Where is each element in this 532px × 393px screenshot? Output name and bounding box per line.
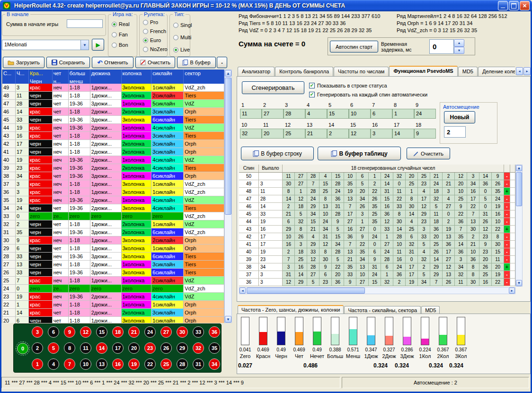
board-number[interactable]: 16 [112, 358, 124, 370]
freq-tab-частота-zero-шансы-дюжины-колонки[interactable]: Частота - Zero, шансы, дюжины, колонки [238, 305, 344, 314]
board-number[interactable]: 36 [209, 326, 220, 338]
history-scrollbar[interactable]: ▲ ▼ [224, 70, 232, 323]
tab-частоты-по-числам[interactable]: Частоты по числам [334, 67, 389, 76]
freq-tab-частота-сиклайны-сектора[interactable]: Частота - сиклайны, сектора [344, 306, 421, 314]
board-number[interactable]: 32 [193, 342, 204, 354]
new-button[interactable]: Новый [444, 111, 475, 123]
scroll-up-icon[interactable]: ▲ [225, 70, 231, 77]
board-number[interactable]: 20 [128, 342, 140, 354]
board-number[interactable]: 9 [64, 326, 75, 338]
board-number[interactable]: 35 [209, 342, 220, 354]
board-number[interactable]: 17 [112, 342, 124, 354]
board-number[interactable]: 1 [32, 358, 43, 370]
collapse-button[interactable]: - [217, 57, 227, 68]
copy-table-button[interactable]: В буфер таблицу [318, 147, 401, 160]
generate-button[interactable]: Сгенерировать [242, 81, 304, 94]
radio-icon [173, 23, 178, 28]
minimize-button[interactable] [498, 1, 508, 10]
board-number[interactable]: 33 [193, 326, 204, 338]
scroll-left-icon[interactable]: ◂ [239, 288, 246, 294]
delay-value[interactable]: 0 [429, 39, 454, 54]
board-number[interactable]: 7 [64, 358, 75, 370]
copy-row-button[interactable]: В буфер строку [241, 147, 314, 160]
radio-roulette-pro[interactable]: Pro [143, 19, 158, 25]
tab-функционал-psevdoms[interactable]: Функционал PsevdoMS [389, 66, 457, 76]
radio-type-multi[interactable]: Multi [173, 35, 191, 40]
tab-md5[interactable]: MD5 [458, 67, 478, 76]
tab-контроль-банкролла[interactable]: Контроль банкролла [275, 67, 333, 76]
radio-type-singl[interactable]: Singl [173, 22, 192, 28]
board-number[interactable]: 28 [177, 358, 188, 370]
radio-game-bon[interactable]: Bon [112, 42, 128, 48]
board-number[interactable]: 21 [128, 326, 140, 338]
scroll-up-icon[interactable]: ▲ [516, 165, 522, 171]
profile-combobox[interactable]: 1Melonati [2, 40, 89, 50]
clear-button[interactable]: Очистить [135, 57, 175, 68]
martingale-row-label: Ряд Мартингейл=1 2 4 8 16 32 64 128 256 … [397, 13, 507, 19]
board-number[interactable]: 10 [80, 358, 91, 370]
generated-table-hscrollbar[interactable]: ◂ ▸ [239, 287, 515, 294]
board-number[interactable]: 6 [48, 326, 59, 338]
chevron-down-icon[interactable] [80, 40, 89, 50]
hscrollbar-thumb[interactable] [247, 288, 365, 294]
radio-game-real[interactable]: Real [112, 21, 130, 27]
copy-to-buffer-button[interactable]: В буфер [177, 57, 216, 68]
board-number[interactable]: 34 [209, 358, 220, 370]
board-number[interactable]: 2 [32, 342, 43, 354]
scroll-down-icon[interactable]: ▼ [225, 316, 231, 323]
board-number[interactable]: 11 [80, 342, 91, 354]
generated-number-cell: 35 [369, 203, 381, 210]
board-number[interactable]: 5 [48, 342, 59, 354]
history-scrollbar-thumb[interactable] [225, 78, 231, 215]
tab-scroll-right-icon[interactable]: ▸ [523, 67, 531, 75]
radio-roulette-euro[interactable]: Euro [143, 37, 161, 43]
board-number[interactable]: 15 [96, 326, 107, 338]
close-button[interactable] [520, 1, 530, 10]
board-number[interactable]: 8 [64, 342, 75, 354]
board-number[interactable]: 31 [193, 358, 204, 370]
checkbox-show-in-status[interactable]: Показывать в строке статуса [309, 83, 387, 88]
autoshift-input[interactable] [444, 126, 466, 138]
autospin-button[interactable]: Автоспин старт [330, 41, 378, 52]
undo-button[interactable]: ↶ Отменить [92, 57, 133, 68]
tab-анализатор[interactable]: Анализатор [238, 67, 275, 76]
delay-spinner[interactable]: 0 ▲ ▼ [429, 39, 465, 54]
board-number[interactable]: 27 [160, 326, 172, 338]
board-number[interactable]: 30 [177, 326, 188, 338]
generated-table-vscrollbar[interactable]: ▲ ▼ [515, 165, 523, 287]
checkbox-generate-each-spin[interactable]: Генерировать на каждый спин автоматическ… [309, 92, 427, 97]
generated-number-cell: 17 [406, 263, 418, 271]
save-button[interactable]: Сохранить [46, 57, 90, 68]
tab-scroll-left-icon[interactable]: ◂ [516, 67, 523, 75]
radio-type-live[interactable]: Live [173, 47, 190, 52]
radio-roulette-french[interactable]: French [143, 28, 166, 34]
board-number[interactable]: 26 [160, 342, 172, 354]
scroll-down-icon[interactable]: ▼ [516, 280, 522, 286]
radio-game-fan[interactable]: Fan [112, 32, 128, 37]
vscrollbar-thumb[interactable] [516, 172, 522, 206]
board-number[interactable]: 12 [80, 326, 91, 338]
play-button[interactable] [92, 39, 104, 51]
board-number[interactable]: 14 [96, 342, 107, 354]
load-button[interactable]: Загрузить [3, 57, 44, 68]
board-number-zero[interactable]: 0 [17, 343, 28, 354]
start-sum-input[interactable] [67, 19, 103, 28]
radio-roulette-nozero[interactable]: NoZero [143, 46, 168, 52]
board-number[interactable]: 25 [160, 358, 172, 370]
board-number[interactable]: 4 [48, 358, 59, 370]
scroll-right-icon[interactable]: ▸ [509, 288, 515, 294]
board-number[interactable]: 22 [144, 358, 156, 370]
maximize-button[interactable] [509, 1, 519, 10]
tab-деление-колеса-на[interactable]: Деление колеса на [478, 67, 515, 76]
board-number[interactable]: 23 [144, 342, 156, 354]
spinner-up-icon[interactable]: ▲ [454, 39, 464, 47]
board-number[interactable]: 3 [32, 326, 43, 338]
freq-tab-md5[interactable]: MD5 [421, 306, 440, 314]
board-number[interactable]: 13 [96, 358, 107, 370]
board-number[interactable]: 18 [112, 326, 124, 338]
board-number[interactable]: 29 [177, 342, 188, 354]
board-number[interactable]: 19 [128, 358, 140, 370]
spinner-down-icon[interactable]: ▼ [454, 47, 464, 54]
board-number[interactable]: 24 [144, 326, 156, 338]
clear-generated-button[interactable]: Очистить [407, 148, 450, 159]
